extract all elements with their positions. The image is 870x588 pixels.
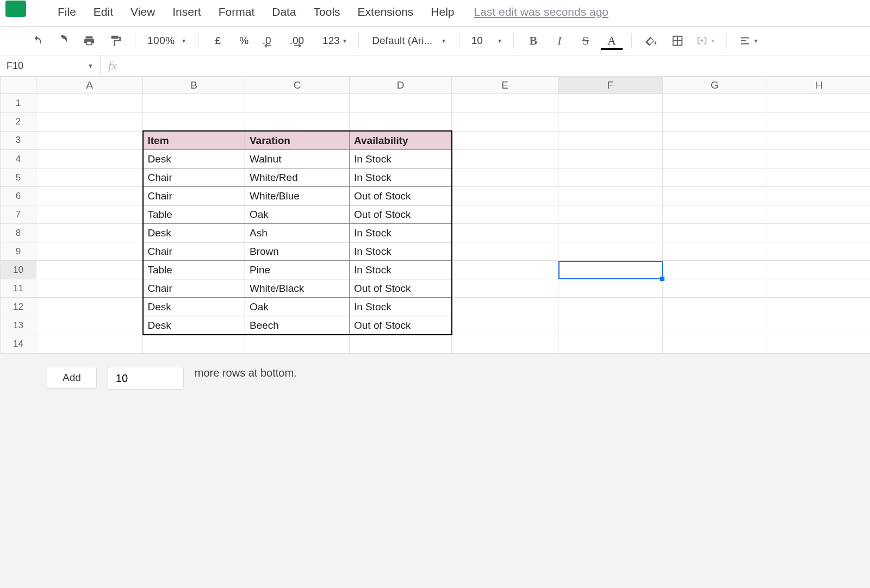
formula-input[interactable] xyxy=(141,58,870,73)
cell-A14[interactable] xyxy=(36,335,143,354)
column-header-A[interactable]: A xyxy=(36,77,143,94)
cell-H5[interactable] xyxy=(767,168,871,187)
cell-E11[interactable] xyxy=(452,279,558,298)
cell-B9[interactable]: Chair xyxy=(143,242,245,261)
format-currency-button[interactable]: £ xyxy=(207,33,229,49)
cell-G3[interactable] xyxy=(663,131,767,150)
cell-B11[interactable]: Chair xyxy=(143,279,245,298)
last-edit-link[interactable]: Last edit was seconds ago xyxy=(474,5,609,18)
row-header-14[interactable]: 14 xyxy=(1,335,36,354)
cell-H12[interactable] xyxy=(767,298,871,316)
cell-C1[interactable] xyxy=(245,94,350,112)
cell-B4[interactable]: Desk xyxy=(143,150,245,168)
cell-H7[interactable] xyxy=(767,205,871,224)
cell-F10[interactable] xyxy=(558,261,663,279)
cell-C7[interactable]: Oak xyxy=(245,205,350,224)
cell-F5[interactable] xyxy=(558,168,663,187)
cell-B14[interactable] xyxy=(143,335,245,354)
cell-D2[interactable] xyxy=(350,112,452,132)
cell-B8[interactable]: Desk xyxy=(143,224,245,242)
row-header-1[interactable]: 1 xyxy=(1,94,36,112)
cell-G14[interactable] xyxy=(663,335,767,354)
cell-E12[interactable] xyxy=(452,298,558,316)
cell-C11[interactable]: White/Black xyxy=(245,279,350,298)
row-header-6[interactable]: 6 xyxy=(1,187,36,205)
cell-C14[interactable] xyxy=(245,335,350,354)
cell-F6[interactable] xyxy=(558,187,663,205)
cell-D4[interactable]: In Stock xyxy=(350,150,452,168)
name-box[interactable]: F10 ▼ xyxy=(0,55,101,76)
cell-H8[interactable] xyxy=(767,224,871,242)
paint-format-button[interactable] xyxy=(104,33,126,49)
cell-F13[interactable] xyxy=(558,316,663,335)
cell-F1[interactable] xyxy=(558,94,663,112)
spreadsheet-grid[interactable]: ABCDEFGH123ItemVarationAvailability4Desk… xyxy=(0,77,870,354)
cell-D5[interactable]: In Stock xyxy=(350,168,452,187)
menu-edit[interactable]: Edit xyxy=(85,3,122,21)
redo-button[interactable] xyxy=(52,33,74,49)
cell-B5[interactable]: Chair xyxy=(143,168,245,187)
cell-H10[interactable] xyxy=(767,261,871,279)
cell-C5[interactable]: White/Red xyxy=(245,168,350,187)
cell-A4[interactable] xyxy=(36,150,143,168)
cell-D11[interactable]: Out of Stock xyxy=(350,279,452,298)
cell-H4[interactable] xyxy=(767,150,871,168)
cell-H1[interactable] xyxy=(767,94,871,112)
cell-F8[interactable] xyxy=(558,224,663,242)
cell-G12[interactable] xyxy=(663,298,767,316)
italic-button[interactable]: I xyxy=(549,33,570,49)
row-header-10[interactable]: 10 xyxy=(1,261,36,279)
cell-E14[interactable] xyxy=(452,335,558,354)
cell-C13[interactable]: Beech xyxy=(245,316,350,335)
cell-H3[interactable] xyxy=(767,131,871,150)
cell-G2[interactable] xyxy=(663,112,767,132)
cell-D12[interactable]: In Stock xyxy=(350,298,452,316)
cell-B6[interactable]: Chair xyxy=(143,187,245,205)
cell-A10[interactable] xyxy=(36,261,143,279)
cell-C8[interactable]: Ash xyxy=(245,224,350,242)
cell-A8[interactable] xyxy=(36,224,143,242)
cell-D9[interactable]: In Stock xyxy=(350,242,452,261)
cell-E10[interactable] xyxy=(452,261,558,279)
cell-G7[interactable] xyxy=(663,205,767,224)
row-header-11[interactable]: 11 xyxy=(1,279,36,298)
menu-file[interactable]: File xyxy=(49,3,85,21)
cell-F7[interactable] xyxy=(558,205,663,224)
menu-extensions[interactable]: Extensions xyxy=(349,3,422,21)
column-header-E[interactable]: E xyxy=(452,77,558,94)
select-all-corner[interactable] xyxy=(1,77,36,94)
borders-button[interactable] xyxy=(667,33,688,49)
column-header-G[interactable]: G xyxy=(663,77,767,94)
menu-tools[interactable]: Tools xyxy=(305,3,349,21)
cell-C12[interactable]: Oak xyxy=(245,298,350,316)
cell-C4[interactable]: Walnut xyxy=(245,150,350,168)
cell-A6[interactable] xyxy=(36,187,143,205)
cell-E7[interactable] xyxy=(452,205,558,224)
more-formats-dropdown[interactable]: 123 ▾ xyxy=(319,33,350,49)
cell-A2[interactable] xyxy=(36,112,143,132)
cell-F2[interactable] xyxy=(558,112,663,132)
cell-E5[interactable] xyxy=(452,168,558,187)
cell-D14[interactable] xyxy=(350,335,452,354)
cell-G13[interactable] xyxy=(663,316,767,335)
cell-A13[interactable] xyxy=(36,316,143,335)
cell-G10[interactable] xyxy=(663,261,767,279)
cell-G6[interactable] xyxy=(663,187,767,205)
text-color-button[interactable]: A xyxy=(601,33,623,49)
merge-cells-dropdown[interactable]: ▾ xyxy=(693,33,718,49)
row-header-12[interactable]: 12 xyxy=(1,298,36,316)
cell-E8[interactable] xyxy=(452,224,558,242)
row-header-9[interactable]: 9 xyxy=(1,242,36,261)
fill-color-button[interactable] xyxy=(641,33,662,49)
cell-D7[interactable]: Out of Stock xyxy=(350,205,452,224)
cell-B1[interactable] xyxy=(143,94,245,112)
cell-F12[interactable] xyxy=(558,298,663,316)
cell-B7[interactable]: Table xyxy=(143,205,245,224)
cell-H9[interactable] xyxy=(767,242,871,261)
cell-A5[interactable] xyxy=(36,168,143,187)
column-header-F[interactable]: F xyxy=(558,77,663,94)
strikethrough-button[interactable]: S xyxy=(575,33,596,49)
print-button[interactable] xyxy=(78,33,100,49)
cell-G11[interactable] xyxy=(663,279,767,298)
cell-G5[interactable] xyxy=(663,168,767,187)
